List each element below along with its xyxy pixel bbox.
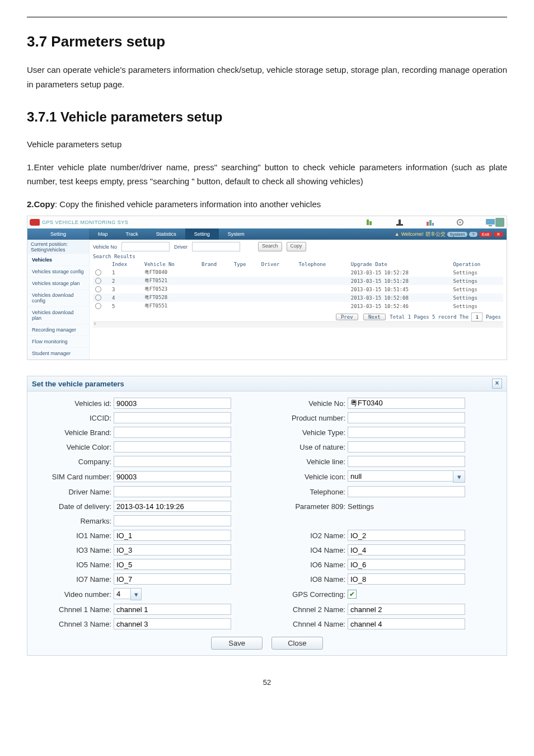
io5-input[interactable] bbox=[114, 559, 231, 570]
channel3-input[interactable] bbox=[114, 618, 231, 629]
param809-link[interactable]: Settings bbox=[348, 502, 374, 511]
sidebar-item-recording-manager[interactable]: Recording manager bbox=[27, 324, 89, 336]
vehicle-no-input[interactable] bbox=[348, 398, 465, 409]
row-radio[interactable] bbox=[95, 286, 101, 292]
subsection-heading: 3.7.1 Vehicle parameters setup bbox=[27, 109, 507, 125]
driver-name-label: Driver Name: bbox=[33, 488, 114, 496]
nav-statistics[interactable]: Statistics bbox=[147, 228, 185, 240]
table-row[interactable]: 3粤FT05232013-03-15 10:51:45Settings bbox=[93, 285, 503, 293]
paragraph: 1.Enter vehicle plate number/driver name… bbox=[27, 160, 507, 189]
table-row[interactable]: 5粤FT05512013-03-15 10:52:46Settings bbox=[93, 302, 503, 310]
remarks-input[interactable] bbox=[114, 515, 231, 526]
io3-input[interactable] bbox=[114, 544, 231, 556]
col-vehicle-no: Vehicle No bbox=[142, 260, 199, 268]
next-button[interactable]: Next bbox=[363, 314, 386, 320]
close-icon[interactable]: × bbox=[492, 379, 502, 389]
row-radio[interactable] bbox=[95, 278, 101, 284]
channel4-input[interactable] bbox=[348, 618, 465, 629]
vehicle-no-label: Vehicle No: bbox=[267, 399, 348, 408]
product-number-input[interactable] bbox=[348, 412, 465, 423]
driver-name-input[interactable] bbox=[114, 486, 231, 497]
exit-pill[interactable]: Exit bbox=[479, 232, 492, 237]
search-button[interactable]: Search bbox=[258, 242, 282, 251]
nav-map[interactable]: Map bbox=[89, 228, 117, 240]
table-row[interactable]: 2粤FT05212013-03-15 10:51:28Settings bbox=[93, 277, 503, 285]
table-row[interactable]: 1粤FT00402013-03-15 10:52:28Settings bbox=[93, 268, 503, 277]
nav-setting[interactable]: Setting bbox=[185, 228, 219, 240]
telephone-input[interactable] bbox=[348, 486, 465, 497]
io4-input[interactable] bbox=[348, 544, 465, 556]
sidebar-item-download-plan[interactable]: Vehicles download plan bbox=[27, 307, 89, 324]
prev-button[interactable]: Prev bbox=[336, 314, 358, 320]
sim-card-input[interactable] bbox=[114, 471, 231, 482]
paragraph: 2.Copy: Copy the finished vehicle parame… bbox=[27, 197, 507, 212]
close-button[interactable]: Close bbox=[271, 637, 323, 650]
copy-button[interactable]: Copy bbox=[287, 242, 306, 251]
close-pill[interactable]: ✕ bbox=[494, 232, 503, 237]
main-nav: Setting Map Track Statistics Setting Sys… bbox=[27, 228, 507, 240]
delivery-date-label: Date of delivery: bbox=[33, 502, 114, 511]
vehicle-line-input[interactable] bbox=[348, 456, 465, 467]
sidebar-item-vehicles[interactable]: Vehicles bbox=[27, 254, 89, 266]
results-table: Index Vehicle No Brand Type Driver Telep… bbox=[93, 260, 503, 310]
welcome-text: Welcome! bbox=[401, 231, 424, 237]
sidebar-item-download-config[interactable]: Vehicles download config bbox=[27, 290, 89, 307]
channel1-input[interactable] bbox=[114, 604, 231, 615]
pager-suffix: Pages bbox=[486, 314, 501, 320]
io8-label: IO8 Name: bbox=[267, 575, 348, 584]
row-radio[interactable] bbox=[95, 269, 101, 276]
chevron-down-icon[interactable]: ▾ bbox=[130, 588, 142, 600]
save-button[interactable]: Save bbox=[211, 637, 263, 650]
col-brand: Brand bbox=[199, 260, 232, 268]
delivery-date-input[interactable] bbox=[114, 501, 231, 512]
user-icon: ▲ bbox=[395, 231, 400, 237]
iccid-input[interactable] bbox=[114, 412, 231, 423]
chevron-down-icon[interactable]: ▾ bbox=[453, 470, 465, 483]
video-number-select[interactable] bbox=[114, 588, 130, 599]
io1-input[interactable] bbox=[114, 530, 231, 541]
vehicle-color-input[interactable] bbox=[114, 441, 231, 452]
vehicle-icon-select[interactable] bbox=[348, 470, 453, 482]
io2-input[interactable] bbox=[348, 530, 465, 541]
paragraph: Vehicle parameters setup bbox=[27, 137, 507, 152]
pager: Prev Next Total 1 Pages 5 record The Pag… bbox=[93, 310, 503, 321]
help-pill[interactable]: ? bbox=[469, 232, 477, 237]
io6-input[interactable] bbox=[348, 559, 465, 570]
nav-side-header: Setting bbox=[27, 228, 89, 240]
system-pill[interactable]: System bbox=[447, 232, 468, 237]
nav-system[interactable]: System bbox=[219, 228, 254, 240]
toolbar-icon[interactable] bbox=[425, 218, 435, 227]
col-type: Type bbox=[232, 260, 259, 268]
vehicle-line-label: Vehicle line: bbox=[267, 458, 348, 466]
vehicle-color-label: Vehicle Color: bbox=[33, 443, 114, 451]
monitor-icon[interactable] bbox=[485, 218, 495, 227]
sidebar-item-student-manager[interactable]: Student manager bbox=[27, 348, 89, 360]
vehicles-id-input[interactable] bbox=[114, 398, 231, 409]
io7-input[interactable] bbox=[114, 573, 231, 585]
channel2-input[interactable] bbox=[348, 604, 465, 615]
svg-rect-2 bbox=[396, 224, 403, 226]
driver-input[interactable] bbox=[192, 242, 240, 251]
use-of-nature-input[interactable] bbox=[348, 441, 465, 452]
page-number: 52 bbox=[27, 667, 507, 700]
toolbar-icon[interactable] bbox=[395, 218, 405, 227]
page-input[interactable] bbox=[471, 312, 483, 321]
sidebar-item-storage-plan[interactable]: Vehicles storage plan bbox=[27, 278, 89, 290]
horizontal-scrollbar[interactable] bbox=[93, 321, 503, 328]
corner-icon[interactable] bbox=[495, 218, 504, 227]
vehicle-brand-input[interactable] bbox=[114, 427, 231, 438]
gps-correcting-checkbox[interactable]: ✔ bbox=[348, 590, 357, 599]
row-radio[interactable] bbox=[95, 295, 101, 301]
vehicle-no-input[interactable] bbox=[121, 242, 170, 251]
sidebar-item-storage-config[interactable]: Vehicles storage config bbox=[27, 266, 89, 278]
io8-input[interactable] bbox=[348, 573, 465, 585]
company-input[interactable] bbox=[114, 456, 231, 467]
sidebar-item-flow-monitoring[interactable]: Flow monitoring bbox=[27, 336, 89, 348]
gps-correcting-label: GPS Correcting: bbox=[267, 590, 348, 599]
toolbar-icon[interactable] bbox=[364, 218, 374, 227]
row-radio[interactable] bbox=[95, 303, 101, 309]
nav-track[interactable]: Track bbox=[117, 228, 147, 240]
gear-icon[interactable] bbox=[455, 218, 465, 227]
table-row[interactable]: 4粤FT05282013-03-15 10:52:08Settings bbox=[93, 293, 503, 302]
vehicle-type-input[interactable] bbox=[348, 427, 465, 438]
